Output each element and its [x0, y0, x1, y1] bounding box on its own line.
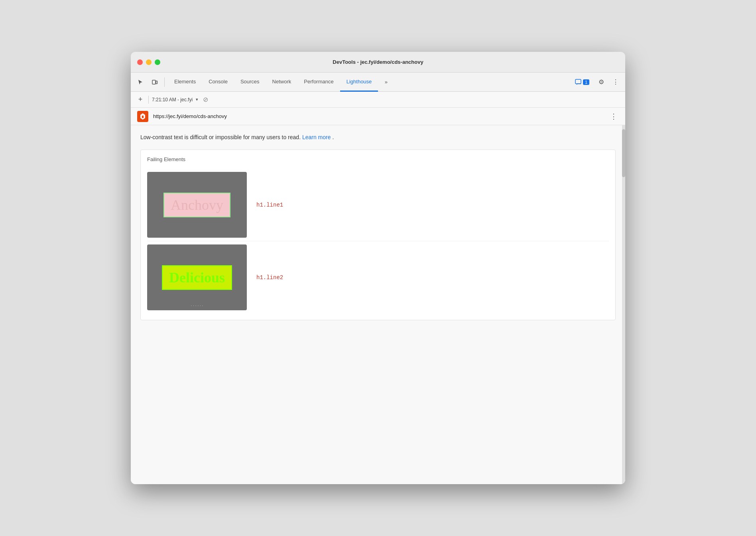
learn-more-link[interactable]: Learn more — [302, 134, 331, 140]
add-tab-button[interactable]: + — [136, 95, 145, 104]
selector-2[interactable]: h1.line2 — [256, 274, 283, 281]
lighthouse-logo-icon — [137, 111, 148, 122]
selector-1[interactable]: h1.line1 — [256, 202, 283, 208]
kebab-icon: ⋮ — [612, 78, 619, 86]
info-text-content: Low-contrast text is difficult or imposs… — [140, 134, 301, 140]
window-controls — [137, 59, 160, 65]
minimize-button[interactable] — [146, 59, 152, 65]
tab-console[interactable]: Console — [202, 73, 234, 92]
tab-list: Elements Console Sources Network Perform… — [168, 73, 378, 92]
secondary-divider — [148, 96, 149, 104]
element-row-2: Delicious · · · · · · h1.line2 — [147, 241, 609, 313]
main-content: Low-contrast text is difficult or imposs… — [131, 125, 625, 484]
scrollbar[interactable] — [622, 125, 625, 484]
devtools-window: DevTools - jec.fyi/demo/cds-anchovy Elem… — [131, 52, 625, 484]
chat-badge: 1 — [583, 79, 589, 85]
url-bar: https://jec.fyi/demo/cds-anchovy ⋮ — [131, 108, 625, 125]
svg-rect-2 — [575, 79, 581, 84]
window-title: DevTools - jec.fyi/demo/cds-anchovy — [333, 59, 423, 65]
url-more-button[interactable]: ⋮ — [608, 111, 619, 122]
maximize-button[interactable] — [155, 59, 160, 65]
dropdown-arrow-icon[interactable]: ▾ — [196, 97, 198, 102]
anchovy-preview-label: Anchovy — [163, 193, 230, 217]
url-text: https://jec.fyi/demo/cds-anchovy — [153, 113, 603, 119]
scrollbar-thumb[interactable] — [622, 129, 625, 177]
period: . — [332, 134, 334, 140]
tab-sources[interactable]: Sources — [234, 73, 266, 92]
tab-lighthouse[interactable]: Lighthouse — [340, 73, 378, 92]
more-options-button[interactable]: ⋮ — [609, 76, 622, 89]
tab-performance[interactable]: Performance — [297, 73, 340, 92]
cursor-tool-button[interactable] — [134, 76, 147, 89]
secondary-toolbar: + 7:21:10 AM - jec.fyi ▾ ⊘ — [131, 92, 625, 108]
preview-box-1: Anchovy — [147, 172, 247, 238]
device-icon — [152, 79, 158, 85]
close-button[interactable] — [137, 59, 143, 65]
timestamp-label: 7:21:10 AM - jec.fyi — [152, 97, 193, 102]
block-icon[interactable]: ⊘ — [201, 96, 209, 104]
device-toggle-button[interactable] — [148, 76, 161, 89]
svg-rect-4 — [142, 116, 144, 118]
svg-rect-1 — [156, 81, 158, 84]
more-tabs-button[interactable]: » — [380, 76, 392, 89]
toolbar-right: 1 ⚙ ⋮ — [571, 76, 622, 89]
chat-icon — [575, 79, 581, 85]
failing-elements-title: Failing Elements — [147, 156, 609, 162]
info-paragraph: Low-contrast text is difficult or imposs… — [140, 133, 616, 142]
tab-network[interactable]: Network — [266, 73, 298, 92]
svg-rect-0 — [152, 80, 156, 84]
chat-button[interactable]: 1 — [571, 77, 593, 87]
preview-box-2: Delicious · · · · · · — [147, 244, 247, 310]
settings-button[interactable]: ⚙ — [595, 76, 608, 89]
devtools-toolbar: Elements Console Sources Network Perform… — [131, 73, 625, 92]
delicious-preview-label: Delicious — [162, 265, 232, 290]
cursor-icon — [137, 79, 144, 85]
gear-icon: ⚙ — [598, 78, 604, 86]
title-bar: DevTools - jec.fyi/demo/cds-anchovy — [131, 52, 625, 73]
toolbar-divider-1 — [164, 77, 165, 87]
tab-elements[interactable]: Elements — [168, 73, 202, 92]
partial-preview-text: · · · · · · — [191, 303, 203, 308]
element-row-1: Anchovy h1.line1 — [147, 169, 609, 241]
failing-elements-box: Failing Elements Anchovy h1.line1 Delici… — [140, 150, 616, 320]
lighthouse-svg — [140, 113, 146, 120]
